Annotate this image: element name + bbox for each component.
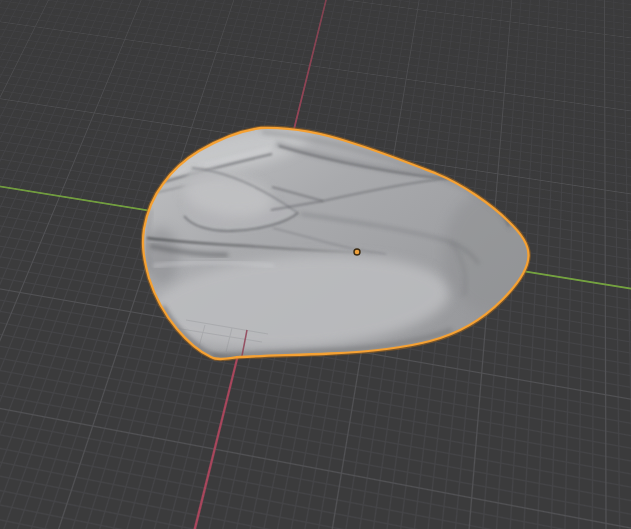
object-origin-dot[interactable] (354, 249, 360, 255)
selected-mesh-object[interactable] (0, 0, 631, 529)
blender-3d-viewport[interactable] (0, 0, 631, 529)
